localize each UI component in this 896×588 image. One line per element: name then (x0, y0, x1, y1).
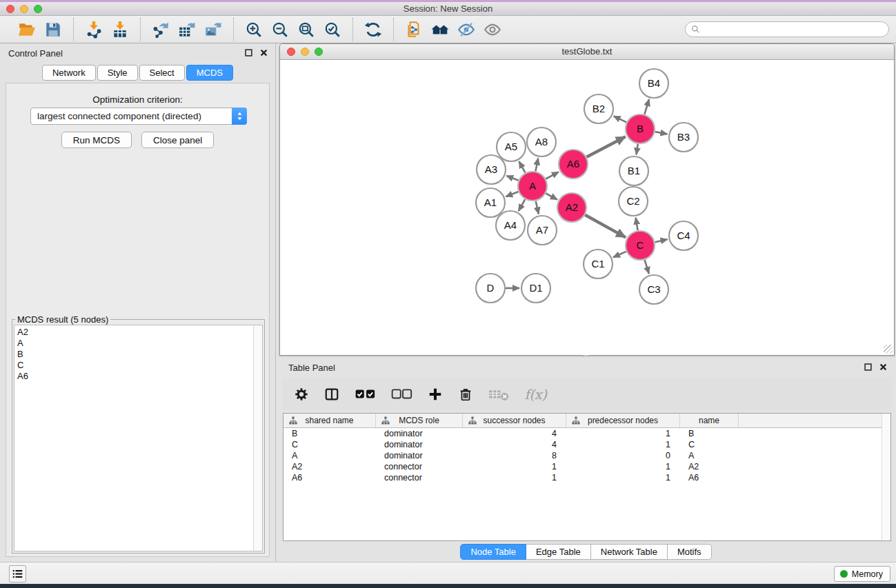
table-cell[interactable]: connector (376, 472, 463, 483)
minimize-network-window-button[interactable] (301, 48, 309, 56)
result-scrollbar[interactable] (253, 325, 262, 551)
table-cell[interactable]: dominator (376, 428, 463, 439)
import-network-icon[interactable] (83, 19, 104, 40)
graph-edge-A-A2[interactable] (546, 194, 557, 200)
graph-node-A4[interactable]: A4 (496, 211, 525, 240)
column-header-shared-name[interactable]: shared name (283, 414, 376, 427)
graph-node-A5[interactable]: A5 (497, 132, 526, 161)
open-session-icon[interactable] (17, 19, 37, 40)
table-cell[interactable]: 1 (566, 472, 680, 483)
graph-node-B[interactable]: B (626, 114, 655, 143)
close-table-panel-icon[interactable] (879, 363, 888, 372)
graph-node-B1[interactable]: B1 (619, 156, 648, 185)
graph-node-D[interactable]: D (476, 274, 505, 303)
delete-icon[interactable] (458, 384, 473, 405)
graph-edge-C-C3[interactable] (645, 260, 649, 274)
tab-network-table[interactable]: Network Table (591, 544, 668, 560)
table-cell[interactable]: A6 (283, 472, 376, 483)
graph-edge-C-C1[interactable] (613, 252, 626, 257)
graph-edge-A-A5[interactable] (519, 161, 525, 173)
table-cell[interactable]: 1 (566, 428, 680, 439)
table-cell[interactable]: 8 (463, 450, 566, 461)
table-cell[interactable]: B (680, 428, 739, 439)
graph-node-C1[interactable]: C1 (584, 250, 613, 278)
graph-edge-A-A4[interactable] (519, 199, 525, 211)
zoom-in-icon[interactable] (243, 19, 264, 40)
graph-edge-B-B1[interactable] (637, 144, 638, 154)
graph-node-A3[interactable]: A3 (477, 155, 506, 184)
graph-edge-C-C4[interactable] (655, 239, 667, 242)
zoom-selected-icon[interactable] (322, 19, 343, 40)
graph-node-C3[interactable]: C3 (639, 275, 668, 304)
task-history-button[interactable] (9, 565, 26, 582)
table-cell[interactable]: A (283, 450, 376, 461)
result-list-item[interactable]: A6 (17, 371, 253, 382)
first-neighbors-icon[interactable] (430, 19, 450, 40)
close-panel-button[interactable]: Close panel (141, 132, 214, 148)
deselect-all-icon[interactable] (391, 384, 412, 405)
search-field[interactable] (685, 21, 889, 37)
table-row[interactable]: A6connector11A6 (283, 472, 890, 483)
graph-node-A7[interactable]: A7 (528, 216, 557, 245)
select-all-icon[interactable] (355, 384, 376, 405)
table-row[interactable]: A2connector11A2 (283, 461, 890, 472)
table-cell[interactable]: 1 (566, 439, 680, 450)
show-all-icon[interactable] (482, 19, 503, 40)
table-row[interactable]: Adominator80A (283, 450, 890, 461)
tab-network[interactable]: Network (42, 65, 96, 81)
add-icon[interactable] (428, 384, 443, 405)
graph-node-D1[interactable]: D1 (521, 274, 550, 303)
result-list-item[interactable]: A2 (17, 327, 253, 338)
zoom-fit-icon[interactable] (296, 19, 317, 40)
tab-mcds[interactable]: MCDS (186, 65, 233, 81)
tab-edge-table[interactable]: Edge Table (526, 544, 591, 560)
zoom-out-icon[interactable] (270, 19, 290, 40)
graph-node-B4[interactable]: B4 (639, 69, 668, 98)
float-panel-icon[interactable] (244, 48, 253, 57)
table-cell[interactable]: dominator (376, 439, 463, 450)
close-panel-icon[interactable] (259, 48, 268, 57)
table-cell[interactable]: connector (376, 461, 463, 472)
graph-edge-A-A3[interactable] (506, 176, 518, 181)
table-cell[interactable]: A2 (680, 461, 739, 472)
result-list-item[interactable]: A (17, 338, 253, 349)
graph-edge-C-C2[interactable] (636, 218, 638, 231)
table-cell[interactable]: 1 (463, 472, 566, 483)
table-cell[interactable]: 1 (566, 461, 680, 472)
maximize-network-window-button[interactable] (315, 48, 323, 56)
search-input[interactable] (704, 25, 883, 34)
tab-motifs[interactable]: Motifs (668, 544, 712, 560)
graph-node-A2[interactable]: A2 (557, 193, 586, 222)
graph-node-C[interactable]: C (626, 231, 655, 260)
network-from-selection-icon[interactable] (404, 19, 424, 40)
criterion-select[interactable]: largest connected component (directed) (30, 108, 247, 125)
minimize-window-button[interactable] (20, 5, 28, 13)
column-header-successor-nodes[interactable]: successor nodes (463, 414, 566, 427)
close-network-window-button[interactable] (287, 48, 295, 56)
graph-node-C2[interactable]: C2 (619, 187, 648, 216)
graph-edge-A2-C[interactable] (585, 215, 626, 238)
tab-select[interactable]: Select (139, 65, 185, 81)
hide-selection-icon[interactable] (456, 19, 477, 40)
column-header-predecessor-nodes[interactable]: predecessor nodes (566, 414, 680, 427)
result-list-item[interactable]: C (17, 360, 253, 371)
table-cell[interactable]: 0 (566, 450, 680, 461)
table-cell[interactable]: 1 (463, 461, 566, 472)
result-list-item[interactable]: B (17, 349, 253, 360)
table-cell[interactable]: C (680, 439, 739, 450)
table-cell[interactable]: 4 (463, 428, 566, 439)
graph-node-A1[interactable]: A1 (476, 188, 505, 217)
graph-edge-B-B2[interactable] (614, 116, 627, 122)
resize-grip[interactable] (884, 345, 893, 354)
network-graph[interactable]: B4B2BB3A8A5A6A3B1AC2A1A2A4A7C4CC1DD1C3 (281, 61, 893, 354)
table-cell[interactable]: A2 (283, 461, 376, 472)
graph-edge-B-B4[interactable] (644, 99, 649, 114)
export-image-icon[interactable] (203, 19, 223, 40)
graph-node-B2[interactable]: B2 (584, 94, 613, 123)
graph-node-A6[interactable]: A6 (559, 150, 588, 179)
table-row[interactable]: Bdominator41B (283, 428, 890, 439)
maximize-window-button[interactable] (34, 5, 42, 13)
refresh-layout-icon[interactable] (363, 19, 384, 40)
import-table-icon[interactable] (110, 19, 130, 40)
graph-edge-A-A1[interactable] (506, 192, 518, 196)
